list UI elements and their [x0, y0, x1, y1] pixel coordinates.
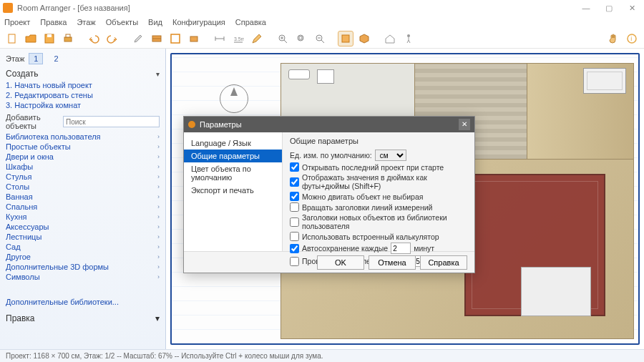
- menu-project[interactable]: Проект: [4, 18, 30, 26]
- menu-help[interactable]: Справка: [235, 18, 266, 26]
- measure-icon[interactable]: [212, 31, 228, 47]
- option-checkbox[interactable]: [290, 202, 299, 212]
- category-item[interactable]: Лестницы: [6, 232, 42, 242]
- nav-general[interactable]: Общие параметры: [184, 150, 282, 162]
- chevron-right-icon[interactable]: ›: [157, 253, 160, 260]
- object-icon[interactable]: [186, 31, 202, 47]
- chevron-right-icon[interactable]: ›: [157, 193, 160, 200]
- chevron-right-icon[interactable]: ›: [157, 263, 160, 270]
- zoom-fit-icon[interactable]: [293, 31, 309, 47]
- chevron-down-icon[interactable]: ▾: [155, 313, 160, 323]
- category-item[interactable]: Двери и окна: [6, 152, 54, 162]
- zoom-in-icon[interactable]: [275, 31, 291, 47]
- dialog-close-button[interactable]: ✕: [459, 119, 470, 130]
- autosave-checkbox[interactable]: [290, 244, 299, 253]
- floor-tab-1[interactable]: 1: [29, 53, 43, 64]
- chevron-right-icon[interactable]: ›: [157, 153, 160, 160]
- step-edit-walls[interactable]: 2. Редактировать стены: [6, 90, 160, 100]
- redo-icon[interactable]: [104, 31, 120, 47]
- undo-icon[interactable]: [86, 31, 102, 47]
- chevron-right-icon[interactable]: ›: [157, 143, 160, 150]
- nav-language[interactable]: Language / Язык: [184, 137, 282, 150]
- category-item[interactable]: Другое: [6, 252, 31, 262]
- unit-select[interactable]: см: [375, 150, 406, 161]
- chevron-right-icon[interactable]: ›: [157, 243, 160, 250]
- chevron-right-icon[interactable]: ›: [157, 273, 160, 280]
- chevron-down-icon[interactable]: ▾: [156, 70, 160, 78]
- category-item[interactable]: Кухня: [6, 212, 26, 222]
- zoom-out-icon[interactable]: [312, 31, 328, 47]
- svg-rect-23: [342, 35, 349, 42]
- home-icon[interactable]: [382, 31, 398, 47]
- updates-checkbox[interactable]: [290, 257, 299, 266]
- wall-icon[interactable]: [149, 31, 165, 47]
- menu-edit[interactable]: Правка: [40, 18, 67, 26]
- menu-floor[interactable]: Этаж: [77, 18, 95, 26]
- dimension-icon[interactable]: 3.5m: [230, 31, 246, 47]
- category-item[interactable]: Шкафы: [6, 162, 33, 172]
- chevron-right-icon[interactable]: ›: [157, 183, 160, 190]
- category-item[interactable]: Столы: [6, 182, 29, 192]
- category-item[interactable]: Спальня: [6, 202, 37, 212]
- category-item[interactable]: Стулья: [6, 172, 31, 182]
- extra-libs-link[interactable]: Дополнительные библиотеки...: [6, 298, 160, 306]
- nav-export-print[interactable]: Экспорт и печать: [184, 184, 282, 197]
- category-item[interactable]: Сад: [6, 242, 21, 252]
- option-checkbox[interactable]: [290, 232, 299, 241]
- svg-text:i: i: [630, 35, 632, 42]
- step-new-project[interactable]: 1. Начать новый проект: [6, 80, 160, 90]
- category-item[interactable]: Аксессуары: [6, 222, 49, 232]
- chevron-right-icon[interactable]: ›: [157, 133, 160, 140]
- nav-default-color[interactable]: Цвет объекта по умолчанию: [184, 162, 282, 184]
- new-icon[interactable]: [4, 31, 20, 47]
- dialog-titlebar[interactable]: Параметры ✕: [184, 117, 474, 132]
- floor-tab-2[interactable]: 2: [49, 53, 63, 64]
- brush-icon[interactable]: [130, 31, 146, 47]
- close-button[interactable]: ✕: [627, 3, 637, 13]
- option-checkbox[interactable]: [290, 177, 299, 187]
- menu-config[interactable]: Конфигурация: [172, 18, 225, 26]
- print-icon[interactable]: [60, 31, 76, 47]
- chevron-right-icon[interactable]: ›: [157, 233, 160, 240]
- ok-button[interactable]: OK: [317, 255, 364, 270]
- category-item[interactable]: Ванная: [6, 192, 33, 202]
- room-icon[interactable]: [167, 31, 183, 47]
- category-item[interactable]: Дополнительные 3D формы: [6, 262, 109, 272]
- option-label: Использовать встроенный калькулятор: [302, 233, 439, 241]
- step-room-setup[interactable]: 3. Настройка комнат: [6, 100, 160, 110]
- option-checkbox[interactable]: [290, 192, 299, 201]
- svg-rect-8: [190, 36, 197, 41]
- info-icon[interactable]: i: [624, 31, 640, 47]
- save-icon[interactable]: [42, 31, 57, 47]
- menu-objects[interactable]: Объекты: [106, 18, 138, 26]
- svg-point-24: [407, 34, 410, 37]
- maximize-button[interactable]: ▢: [604, 3, 614, 13]
- dialog-pane: Общие параметры Ед. изм. по умолчанию: с…: [283, 132, 474, 251]
- view-3d-icon[interactable]: [356, 31, 372, 47]
- minimize-button[interactable]: —: [581, 3, 591, 13]
- option-checkbox[interactable]: [290, 162, 299, 172]
- category-item[interactable]: Символы: [6, 272, 40, 282]
- chevron-right-icon[interactable]: ›: [157, 203, 160, 210]
- open-icon[interactable]: [23, 31, 39, 47]
- chevron-right-icon[interactable]: ›: [157, 213, 160, 220]
- toolbar: 3.5m i: [0, 29, 644, 49]
- search-input[interactable]: [63, 116, 160, 127]
- chevron-right-icon[interactable]: ›: [157, 223, 160, 230]
- view-2d-icon[interactable]: [338, 31, 353, 47]
- create-header: Создать: [6, 69, 39, 79]
- category-item[interactable]: Простые объекты: [6, 142, 71, 152]
- category-item[interactable]: Библиотека пользователя: [6, 132, 101, 142]
- help-button[interactable]: Справка: [420, 255, 467, 270]
- option-checkbox[interactable]: [290, 217, 299, 227]
- cancel-button[interactable]: Отмена: [369, 255, 416, 270]
- walk-icon[interactable]: [401, 31, 416, 47]
- menu-view[interactable]: Вид: [148, 18, 162, 26]
- pencil-icon[interactable]: [249, 31, 265, 47]
- chevron-right-icon[interactable]: ›: [157, 163, 160, 170]
- chevron-right-icon[interactable]: ›: [157, 173, 160, 180]
- autosave-value[interactable]: [391, 243, 411, 254]
- hand-icon[interactable]: [605, 31, 621, 47]
- unit-label: Ед. изм. по умолчанию:: [290, 151, 372, 160]
- titlebar: Room Arranger - [без названия] — ▢ ✕: [0, 0, 644, 16]
